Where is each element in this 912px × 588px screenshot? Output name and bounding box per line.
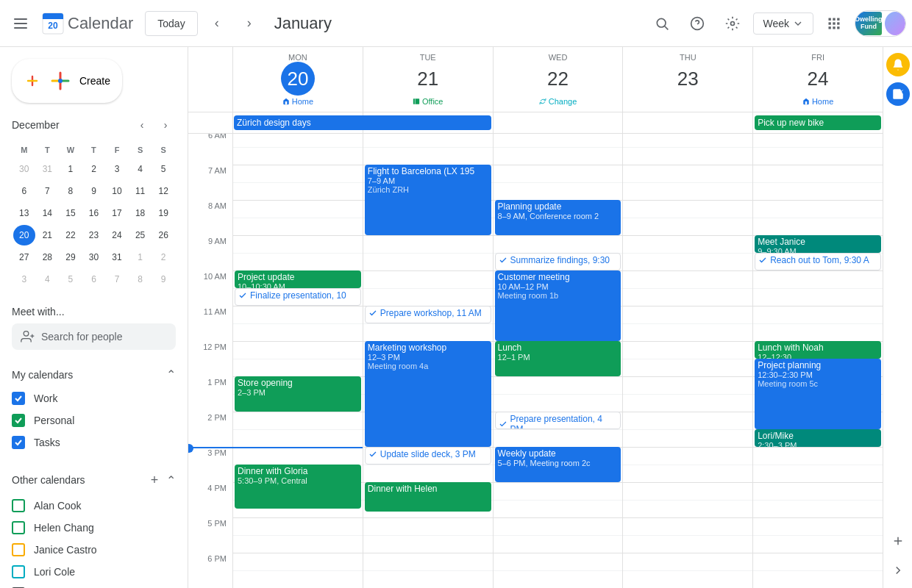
mini-cal-day[interactable]: 3 — [106, 159, 128, 179]
mini-cal-day[interactable]: 25 — [129, 225, 152, 245]
mini-cal-day[interactable]: 14 — [37, 203, 59, 223]
calendar-event[interactable]: Lunch12–1 PM — [495, 341, 621, 376]
mini-cal-day[interactable]: 6 — [83, 269, 105, 290]
notifications-icon-button[interactable] — [886, 53, 910, 76]
mini-cal-day[interactable]: 12 — [152, 181, 174, 201]
mini-cal-prev[interactable]: ‹ — [132, 115, 152, 135]
mini-cal-day[interactable]: 8 — [60, 181, 82, 201]
next-week-button[interactable]: › — [236, 10, 263, 37]
other-calendar-item[interactable]: Helen Chang — [0, 517, 188, 539]
allday-event[interactable]: Zürich design days — [234, 115, 491, 130]
calendar-checkbox[interactable] — [12, 499, 25, 512]
mini-cal-day[interactable]: 9 — [83, 181, 105, 201]
mini-cal-day[interactable]: 20 — [13, 225, 35, 245]
account-button[interactable]: Dwelling Fund — [855, 10, 906, 37]
calendar-event[interactable]: Lunch with Noah12–12:30 — [755, 341, 881, 359]
mini-cal-day[interactable]: 29 — [60, 247, 82, 268]
calendar-event[interactable]: Prepare presentation, 4 PM — [495, 412, 621, 429]
my-calendar-item[interactable]: Work — [0, 387, 188, 409]
calendar-event[interactable]: Summarize findings, 9:30 — [495, 253, 621, 270]
mini-cal-day[interactable]: 18 — [129, 203, 152, 223]
today-button[interactable]: Today — [145, 11, 197, 36]
mini-cal-day[interactable]: 15 — [60, 203, 82, 223]
mini-cal-day[interactable]: 16 — [83, 203, 105, 223]
calendar-event[interactable]: Store opening2–3 PM — [235, 376, 361, 412]
chevron-right-panel-button[interactable] — [886, 559, 910, 582]
other-calendar-item[interactable]: Roger Nelson — [0, 583, 188, 588]
mini-cal-day[interactable]: 21 — [37, 225, 59, 245]
settings-button[interactable] — [718, 9, 747, 38]
calendar-event[interactable]: Lori/Mike2:30–3 PM — [755, 429, 881, 447]
mini-cal-day[interactable]: 24 — [106, 225, 128, 245]
google-apps-button[interactable] — [819, 9, 849, 38]
mini-cal-day[interactable]: 5 — [60, 269, 82, 290]
mini-cal-day[interactable]: 28 — [37, 247, 59, 268]
calendar-event[interactable]: Dinner with Gloria5:30–9 PM, Central — [235, 465, 361, 509]
mini-cal-day[interactable]: 5 — [152, 159, 174, 179]
mini-cal-day[interactable]: 1 — [60, 159, 82, 179]
calendar-checkbox[interactable] — [12, 565, 25, 578]
calendar-event[interactable]: Marketing workshop12–3 PMMeeting room 4a — [365, 341, 491, 447]
mini-cal-day[interactable]: 9 — [152, 269, 174, 290]
mini-cal-next[interactable]: › — [155, 115, 176, 135]
my-calendar-item[interactable]: Personal — [0, 409, 188, 431]
day-header[interactable]: FRI24Home — [752, 47, 883, 112]
calendar-checkbox[interactable] — [12, 436, 25, 449]
my-calendar-item[interactable]: Tasks — [0, 431, 188, 453]
calendar-checkbox[interactable] — [12, 414, 25, 427]
calendar-event[interactable]: Update slide deck, 3 PM — [365, 447, 491, 465]
mini-cal-day[interactable]: 30 — [83, 247, 105, 268]
allday-event[interactable]: Pick up new bike — [755, 115, 881, 130]
other-calendar-item[interactable]: Janice Castro — [0, 539, 188, 561]
my-calendars-header[interactable]: My calendars ⌃ — [0, 362, 188, 387]
calendar-event[interactable]: Finalize presentation, 10 — [235, 288, 361, 306]
calendar-event[interactable]: Customer meeting10 AM–12 PMMeeting room … — [495, 270, 621, 341]
calendar-event[interactable]: Prepare workshop, 11 AM — [365, 306, 491, 323]
mini-cal-day[interactable]: 26 — [152, 225, 174, 245]
mini-cal-day[interactable]: 31 — [37, 159, 59, 179]
calendar-event[interactable]: Planning update8–9 AM, Conference room 2 — [495, 200, 621, 235]
search-people-button[interactable]: Search for people — [12, 323, 176, 350]
mini-cal-day[interactable]: 2 — [152, 247, 174, 268]
menu-button[interactable] — [6, 9, 35, 38]
other-calendars-header[interactable]: Other calendars + ⌃ — [0, 465, 188, 495]
calendar-event[interactable]: Flight to Barcelona (LX 1957–9 AMZürich … — [365, 165, 491, 235]
help-button[interactable] — [683, 9, 712, 38]
mini-cal-day[interactable]: 8 — [129, 269, 152, 290]
day-header[interactable]: WED22Change — [493, 47, 623, 112]
create-button[interactable]: Create — [12, 59, 122, 103]
mini-cal-day[interactable]: 13 — [13, 203, 35, 223]
search-button[interactable] — [647, 9, 677, 38]
calendar-event[interactable]: Project update10–10:30 AM — [235, 270, 361, 288]
mini-cal-day[interactable]: 19 — [152, 203, 174, 223]
calendar-event[interactable]: Reach out to Tom, 9:30 A — [755, 253, 881, 270]
day-header[interactable]: TUE21Office — [363, 47, 493, 112]
calendar-checkbox[interactable] — [12, 392, 25, 405]
calendar-checkbox[interactable] — [12, 521, 25, 534]
day-header[interactable]: THU23 — [622, 47, 752, 112]
mini-cal-day[interactable]: 7 — [37, 181, 59, 201]
tasks-icon-button[interactable] — [886, 82, 910, 106]
mini-cal-day[interactable]: 22 — [60, 225, 82, 245]
mini-cal-day[interactable]: 17 — [106, 203, 128, 223]
mini-cal-day[interactable]: 4 — [37, 269, 59, 290]
mini-cal-day[interactable]: 31 — [106, 247, 128, 268]
other-calendar-item[interactable]: Alan Cook — [0, 495, 188, 517]
mini-cal-day[interactable]: 6 — [13, 181, 35, 201]
calendar-event[interactable]: Weekly update5–6 PM, Meeting room 2c — [495, 447, 621, 482]
mini-cal-day[interactable]: 1 — [129, 247, 152, 268]
prev-week-button[interactable]: ‹ — [204, 10, 230, 37]
mini-cal-day[interactable]: 10 — [106, 181, 128, 201]
add-panel-button[interactable] — [886, 529, 910, 553]
calendar-checkbox[interactable] — [12, 543, 25, 556]
mini-cal-day[interactable]: 7 — [106, 269, 128, 290]
calendar-event[interactable]: Meet Janice9–9:30 AM — [755, 235, 881, 253]
mini-cal-day[interactable]: 11 — [129, 181, 152, 201]
add-other-calendar-button[interactable]: + — [146, 471, 163, 489]
other-calendar-item[interactable]: Lori Cole — [0, 561, 188, 583]
mini-cal-day[interactable]: 3 — [13, 269, 35, 290]
week-view-selector[interactable]: Week — [753, 12, 813, 35]
calendar-event[interactable]: Dinner with Helen — [365, 482, 491, 512]
mini-cal-day[interactable]: 4 — [129, 159, 152, 179]
mini-cal-day[interactable]: 30 — [13, 159, 35, 179]
